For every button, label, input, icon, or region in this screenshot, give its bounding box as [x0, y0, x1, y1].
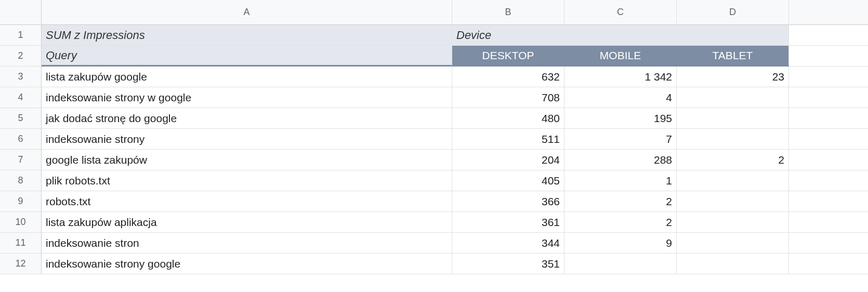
value-cell-tablet[interactable]	[677, 108, 789, 129]
value-cell-desktop[interactable]: 351	[452, 254, 564, 274]
value-cell-mobile[interactable]: 288	[564, 150, 677, 170]
cell-blank[interactable]	[789, 25, 868, 46]
col-header-C[interactable]: C	[564, 0, 677, 25]
cell-blank[interactable]	[789, 87, 868, 108]
row-header-7[interactable]: 7	[0, 150, 42, 170]
value-cell-tablet[interactable]	[677, 254, 789, 274]
row-header-1[interactable]: 1	[0, 25, 42, 46]
value-cell-mobile[interactable]: 9	[564, 233, 677, 254]
cell-blank[interactable]	[789, 233, 868, 254]
query-cell[interactable]: lista zakupów google	[42, 67, 452, 87]
col-header-blank	[789, 0, 868, 25]
value-cell-tablet[interactable]: 23	[677, 67, 789, 87]
value-cell-mobile[interactable]: 1 342	[564, 67, 677, 87]
row-header-9[interactable]: 9	[0, 191, 42, 212]
value-cell-desktop[interactable]: 708	[452, 87, 564, 108]
value-cell-mobile[interactable]: 4	[564, 87, 677, 108]
value-cell-mobile[interactable]: 2	[564, 212, 677, 233]
pivot-value-field-label[interactable]: SUM z Impressions	[42, 25, 452, 46]
value-cell-tablet[interactable]	[677, 191, 789, 212]
row-header-12[interactable]: 12	[0, 254, 42, 274]
pivot-column-field-label[interactable]: Device	[452, 25, 564, 46]
value-cell-desktop[interactable]: 511	[452, 129, 564, 150]
row-header-11[interactable]: 11	[0, 233, 42, 254]
pivot-col-mobile[interactable]: MOBILE	[564, 46, 677, 67]
query-cell[interactable]: google lista zakupów	[42, 150, 452, 170]
row-header-2[interactable]: 2	[0, 46, 42, 67]
value-cell-tablet[interactable]	[677, 129, 789, 150]
cell-blank[interactable]	[789, 170, 868, 191]
value-cell-tablet[interactable]	[677, 212, 789, 233]
col-header-D[interactable]: D	[677, 0, 789, 25]
query-cell[interactable]: robots.txt	[42, 191, 452, 212]
value-cell-desktop[interactable]: 480	[452, 108, 564, 129]
cell-blank[interactable]	[789, 46, 868, 67]
value-cell-desktop[interactable]: 204	[452, 150, 564, 170]
value-cell-desktop[interactable]: 405	[452, 170, 564, 191]
query-cell[interactable]: indeksowanie strony google	[42, 254, 452, 274]
row-header-4[interactable]: 4	[0, 87, 42, 108]
select-all-corner[interactable]	[0, 0, 42, 25]
cell-blank[interactable]	[789, 254, 868, 274]
col-header-B[interactable]: B	[452, 0, 564, 25]
value-cell-tablet[interactable]	[677, 233, 789, 254]
query-cell[interactable]: indeksowanie stron	[42, 233, 452, 254]
pivot-col-desktop[interactable]: DESKTOP	[452, 46, 564, 67]
value-cell-mobile[interactable]	[564, 254, 677, 274]
query-cell[interactable]: plik robots.txt	[42, 170, 452, 191]
row-header-5[interactable]: 5	[0, 108, 42, 129]
value-cell-desktop[interactable]: 366	[452, 191, 564, 212]
value-cell-mobile[interactable]: 195	[564, 108, 677, 129]
value-cell-tablet[interactable]	[677, 170, 789, 191]
col-header-A[interactable]: A	[42, 0, 452, 25]
value-cell-tablet[interactable]	[677, 87, 789, 108]
row-header-8[interactable]: 8	[0, 170, 42, 191]
query-cell[interactable]: indeksowanie strony w google	[42, 87, 452, 108]
cell-blank[interactable]	[789, 150, 868, 170]
pivot-col-tablet[interactable]: TABLET	[677, 46, 789, 67]
cell-blank[interactable]	[789, 129, 868, 150]
spreadsheet-grid[interactable]: A B C D 1 SUM z Impressions Device 2 Que…	[0, 0, 868, 274]
value-cell-desktop[interactable]: 632	[452, 67, 564, 87]
cell-blank[interactable]	[789, 212, 868, 233]
value-cell-desktop[interactable]: 344	[452, 233, 564, 254]
query-cell[interactable]: indeksowanie strony	[42, 129, 452, 150]
value-cell-tablet[interactable]: 2	[677, 150, 789, 170]
row-header-6[interactable]: 6	[0, 129, 42, 150]
query-cell[interactable]: jak dodać stronę do google	[42, 108, 452, 129]
pivot-header-blank	[677, 25, 789, 46]
cell-blank[interactable]	[789, 67, 868, 87]
value-cell-desktop[interactable]: 361	[452, 212, 564, 233]
row-header-3[interactable]: 3	[0, 67, 42, 87]
cell-blank[interactable]	[789, 108, 868, 129]
pivot-header-blank	[564, 25, 677, 46]
query-cell[interactable]: lista zakupów aplikacja	[42, 212, 452, 233]
value-cell-mobile[interactable]: 7	[564, 129, 677, 150]
pivot-row-field-label[interactable]: Query	[42, 46, 452, 67]
cell-blank[interactable]	[789, 191, 868, 212]
row-header-10[interactable]: 10	[0, 212, 42, 233]
value-cell-mobile[interactable]: 2	[564, 191, 677, 212]
value-cell-mobile[interactable]: 1	[564, 170, 677, 191]
